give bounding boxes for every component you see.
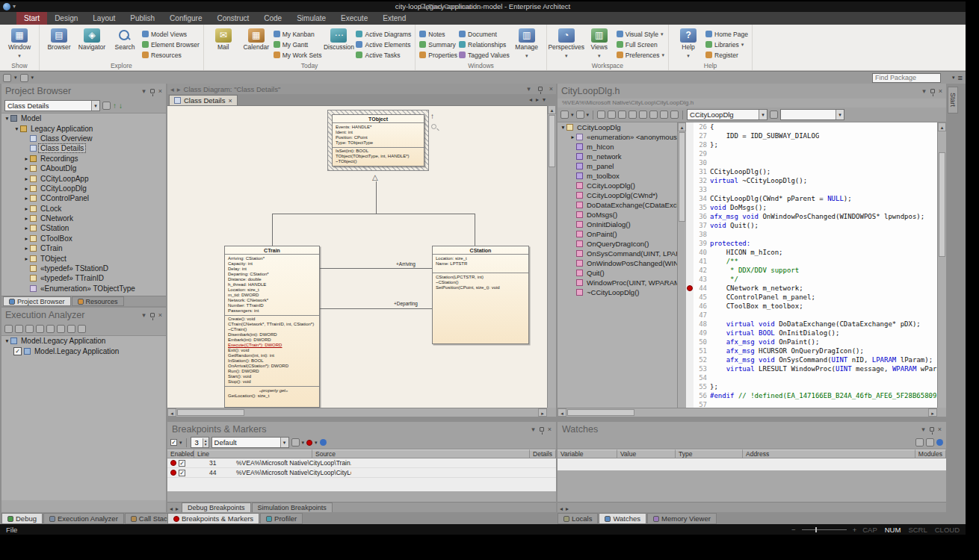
- ribbon-tab[interactable]: Construct: [209, 12, 256, 25]
- expand-icon[interactable]: ▸: [23, 185, 30, 192]
- toolbar-icon[interactable]: [20, 74, 28, 82]
- code-line[interactable]: 27 IDD = IDD_SUBWAY_DIALOG: [686, 131, 937, 140]
- breakpoint-margin[interactable]: [686, 373, 694, 382]
- breakpoint-margin[interactable]: [686, 346, 694, 355]
- find-package-input[interactable]: [872, 73, 941, 83]
- toolbar-icon[interactable]: [78, 325, 86, 333]
- breakpoint-margin[interactable]: [686, 248, 694, 257]
- tree-item[interactable]: OnSysCommand(UINT, LPARAM): [558, 249, 677, 258]
- expand-icon[interactable]: ▸: [23, 215, 30, 222]
- dock-tab[interactable]: Debug: [1, 513, 43, 524]
- element-browser-button[interactable]: Element Browser: [142, 40, 200, 49]
- active-diagrams-button[interactable]: Active Diagrams: [356, 29, 411, 39]
- breakpoint-margin[interactable]: [686, 122, 694, 131]
- expand-icon[interactable]: ▾: [4, 115, 10, 122]
- chevron-down-icon[interactable]: ▾: [179, 440, 182, 446]
- breakpoint-margin[interactable]: [686, 221, 694, 230]
- ribbon-tab[interactable]: Configure: [162, 12, 209, 25]
- code-line[interactable]: 28};: [686, 140, 937, 149]
- tree-item[interactable]: DoMsgs(): [558, 210, 677, 220]
- scroll-up-icon[interactable]: ▴: [548, 105, 556, 114]
- code-line[interactable]: 48 virtual void DoDataExchange(CDataExch…: [686, 320, 937, 329]
- generalization-edge[interactable]: [376, 181, 377, 214]
- resources-button[interactable]: Resources: [142, 50, 200, 60]
- code-line[interactable]: 26{: [686, 122, 937, 131]
- breakpoint-row[interactable]: ✓ 31 %VEA%\Microsoft Native\CityLoop\Tra…: [167, 458, 556, 468]
- navigator-button[interactable]: ◈ Navigator: [76, 27, 108, 60]
- column-header[interactable]: Source: [312, 449, 530, 458]
- tree-item[interactable]: OnQueryDragIcon(): [558, 239, 677, 249]
- code-line[interactable]: 51 afx_msg HCURSOR OnQueryDragIcon();: [686, 346, 937, 355]
- tree-item[interactable]: Class Overview: [1, 134, 166, 143]
- close-icon[interactable]: ×: [549, 85, 553, 93]
- tree-item[interactable]: ▸ CControlPanel: [1, 193, 166, 203]
- chevron-down-icon[interactable]: ▾: [14, 75, 17, 81]
- tab-scroll-left-icon[interactable]: ◂: [170, 505, 173, 512]
- vertical-scrollbar[interactable]: ▴: [547, 105, 556, 408]
- search-icon[interactable]: [944, 75, 949, 81]
- uml-class-cstation[interactable]: CStation Location: size_tName: LPTSTR CS…: [432, 246, 529, 344]
- breakpoint-margin[interactable]: [686, 275, 694, 284]
- tree-item[interactable]: DoDataExchange(CDataExchange*): [558, 200, 677, 210]
- chevron-down-icon[interactable]: ▾: [302, 440, 305, 446]
- breakpoint-margin[interactable]: [686, 158, 694, 167]
- quicklink-arrow-icon[interactable]: ↑: [430, 112, 434, 120]
- toolbar-icon[interactable]: [639, 111, 647, 119]
- toolbar-icon[interactable]: [25, 325, 34, 333]
- close-icon[interactable]: ×: [939, 87, 942, 95]
- chevron-down-icon[interactable]: ▾: [571, 112, 574, 118]
- toolbar-icon[interactable]: [670, 111, 679, 119]
- diagram-selector-combo[interactable]: Class Details ▾: [4, 100, 100, 111]
- code-line[interactable]: 35void DoMsgs();: [686, 203, 937, 212]
- expand-icon[interactable]: ▸: [23, 155, 30, 162]
- code-line[interactable]: 41 /**: [686, 257, 937, 266]
- panel-menu-icon[interactable]: ▾: [531, 426, 535, 433]
- dock-tab[interactable]: Locals: [558, 513, 598, 524]
- tree-item[interactable]: ▸ CStation: [1, 223, 166, 233]
- app-logo-icon[interactable]: [3, 3, 10, 10]
- pin-icon[interactable]: [150, 89, 155, 93]
- breakpoint-margin[interactable]: [686, 140, 694, 149]
- breakpoint-margin[interactable]: [686, 239, 694, 248]
- expand-icon[interactable]: ▾: [4, 337, 10, 344]
- tree-item[interactable]: «typedef» TStationD: [1, 264, 166, 273]
- breakpoint-margin[interactable]: [686, 311, 694, 320]
- breakpoint-row[interactable]: ✓ 44 %VEA%\Microsoft Native\CityLoop\Cit…: [167, 468, 556, 478]
- tagged-values-button[interactable]: Tagged Values: [459, 50, 510, 60]
- code-line[interactable]: 50 afx_msg void OnPaint();: [686, 337, 937, 346]
- code-line[interactable]: 49 virtual BOOL OnInitDialog();: [686, 329, 937, 337]
- scrollbar-thumb[interactable]: [549, 115, 555, 167]
- breakpoint-icon[interactable]: [687, 285, 693, 291]
- enabled-checkbox[interactable]: ✓: [179, 460, 185, 467]
- zoom-icon[interactable]: [431, 124, 436, 129]
- code-line[interactable]: 31CCityLoopDlg();: [686, 167, 937, 176]
- dock-tab[interactable]: Profiler: [260, 513, 303, 524]
- expand-icon[interactable]: ▸: [23, 195, 30, 202]
- scrollbar-thumb[interactable]: [939, 152, 945, 257]
- uml-class-tobject[interactable]: TObject Events: HANDLE*Ident: intPositio…: [332, 114, 424, 167]
- window-button[interactable]: ▦ Window▾: [4, 27, 35, 60]
- home-page-button[interactable]: Home Page: [705, 29, 748, 39]
- find-command-box[interactable]: Find Command...: [420, 1, 483, 11]
- close-tab-icon[interactable]: ×: [228, 97, 232, 105]
- code-line[interactable]: 47: [686, 311, 937, 320]
- breakpoint-margin[interactable]: [686, 382, 694, 391]
- pin-icon[interactable]: [150, 313, 155, 317]
- column-header[interactable]: Modules: [915, 449, 946, 458]
- horizontal-scrollbar[interactable]: ◂ ▸: [167, 408, 547, 417]
- breakpoint-margin[interactable]: [686, 400, 694, 408]
- tree-item[interactable]: ▸ Recordings: [1, 154, 166, 164]
- code-editor[interactable]: 26{27 IDD = IDD_SUBWAY_DIALOG28};293031C…: [686, 122, 937, 408]
- tree-item[interactable]: OnWindowPosChanged(WINDOWPO...: [558, 258, 677, 268]
- breakpoint-margin[interactable]: [686, 329, 694, 337]
- breakpoint-margin[interactable]: [686, 176, 694, 185]
- delete-breakpoints-icon[interactable]: [306, 440, 312, 446]
- info-icon[interactable]: [320, 439, 327, 446]
- code-line[interactable]: 43 */: [686, 275, 937, 284]
- expand-icon[interactable]: ▸: [23, 225, 30, 231]
- tree-item[interactable]: ~CCityLoopDlg(): [558, 287, 677, 297]
- panel-menu-icon[interactable]: ▾: [527, 85, 531, 93]
- zoom-slider[interactable]: [802, 529, 847, 530]
- tree-item[interactable]: ▾ Legacy Application: [1, 123, 166, 133]
- tree-item[interactable]: ▸ CCityLoopApp: [1, 173, 166, 183]
